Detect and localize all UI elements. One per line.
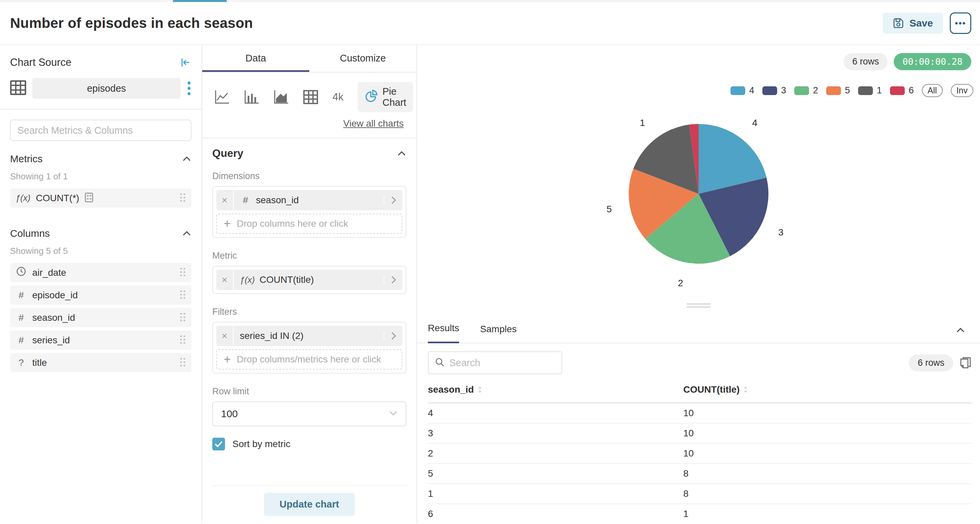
expand-pill-icon[interactable] bbox=[383, 331, 402, 340]
metric-label: Metric bbox=[212, 250, 406, 261]
unknown-type-icon: ? bbox=[16, 357, 27, 368]
metrics-header: Metrics bbox=[10, 153, 43, 165]
columns-collapse-icon[interactable] bbox=[182, 231, 191, 236]
search-icon bbox=[434, 357, 445, 368]
update-chart-button[interactable]: Update chart bbox=[264, 493, 354, 516]
sort-by-metric-checkbox[interactable] bbox=[212, 438, 225, 451]
table-row: 310 bbox=[428, 423, 971, 443]
expand-pill-icon[interactable] bbox=[383, 276, 402, 284]
query-collapse-icon[interactable] bbox=[397, 150, 406, 156]
save-button[interactable]: Save bbox=[883, 13, 943, 33]
more-menu-button[interactable]: ••• bbox=[950, 13, 971, 34]
results-row-count-badge: 6 rows bbox=[909, 354, 953, 371]
dimensions-label: Dimensions bbox=[212, 171, 406, 182]
table-row: 58 bbox=[428, 463, 971, 484]
chart-container: 6 rows 00:00:00.28 432516 All Inv 43251 … bbox=[417, 45, 980, 523]
drag-handle-icon[interactable] bbox=[179, 267, 186, 279]
metric-pill-count-title[interactable]: × ƒ(x) COUNT(title) bbox=[216, 270, 402, 290]
columns-header: Columns bbox=[10, 228, 50, 239]
header: Number of episodes in each season Save •… bbox=[0, 2, 980, 45]
pie-chart-icon bbox=[364, 89, 378, 105]
drag-handle-icon[interactable] bbox=[179, 357, 186, 368]
control-panel: Data Customize bbox=[202, 45, 417, 523]
metrics-search-input[interactable] bbox=[18, 125, 184, 136]
save-icon bbox=[892, 18, 904, 29]
sort-by-metric-row[interactable]: Sort by metric bbox=[212, 438, 406, 451]
dataset-menu-icon[interactable] bbox=[187, 80, 191, 96]
results-table: season_id COUNT(title) 410310210581861 bbox=[428, 384, 971, 523]
metrics-search-box[interactable] bbox=[10, 119, 191, 141]
remove-icon[interactable]: × bbox=[216, 191, 234, 210]
top-scroll-indicator[interactable] bbox=[173, 0, 227, 2]
metrics-collapse-icon[interactable] bbox=[182, 156, 191, 162]
dataset-table-icon bbox=[10, 80, 26, 96]
drag-handle-icon[interactable] bbox=[179, 193, 186, 204]
table-row: 410 bbox=[428, 403, 971, 423]
datasource-sidebar: Chart Source episodes bbox=[0, 45, 202, 523]
table-row: 18 bbox=[428, 484, 971, 504]
clock-icon bbox=[16, 266, 27, 279]
expand-pill-icon[interactable] bbox=[383, 196, 402, 205]
column-header-season-id[interactable]: season_id bbox=[428, 384, 683, 403]
columns-count: Showing 5 of 5 bbox=[10, 246, 191, 256]
results-search-box[interactable] bbox=[428, 351, 562, 374]
results-panel: Results Samples 6 rows bbox=[417, 312, 980, 523]
column-item-air_date[interactable]: air_date bbox=[10, 263, 191, 282]
drag-handle-icon[interactable] bbox=[179, 334, 186, 346]
panel-tabs: Data Customize bbox=[202, 45, 417, 73]
results-collapse-icon[interactable] bbox=[956, 327, 965, 342]
sidebar-divider bbox=[0, 109, 202, 110]
results-search-input[interactable] bbox=[449, 357, 555, 368]
table-chart-icon[interactable] bbox=[303, 90, 318, 105]
results-tabs: Results Samples bbox=[417, 312, 980, 343]
sort-icon[interactable] bbox=[744, 385, 748, 396]
column-header-count-title[interactable]: COUNT(title) bbox=[683, 384, 971, 403]
tab-data[interactable]: Data bbox=[202, 45, 309, 72]
tab-customize[interactable]: Customize bbox=[309, 45, 417, 72]
drag-handle-icon[interactable] bbox=[179, 290, 186, 301]
big-number-icon[interactable]: 4k bbox=[332, 91, 344, 103]
selected-viz-pill[interactable]: Pie Chart bbox=[358, 82, 413, 112]
dimension-pill-season-id[interactable]: × # season_id bbox=[216, 190, 402, 210]
chart-area: 6 rows 00:00:00.28 432516 All Inv 43251 bbox=[417, 45, 980, 312]
metrics-count: Showing 1 of 1 bbox=[10, 171, 191, 182]
top-scroll-strip bbox=[0, 0, 980, 2]
tab-samples[interactable]: Samples bbox=[480, 324, 517, 342]
view-all-charts-link[interactable]: View all charts bbox=[343, 118, 404, 129]
drag-handle-icon[interactable] bbox=[179, 312, 186, 323]
column-item-episode_id[interactable]: #episode_id bbox=[10, 285, 191, 305]
pie-slice-label: 3 bbox=[778, 227, 784, 237]
numeric-icon: # bbox=[16, 312, 27, 323]
pie-slice-label: 2 bbox=[678, 278, 683, 288]
copy-icon[interactable] bbox=[960, 357, 971, 369]
column-item-season_id[interactable]: #season_id bbox=[10, 308, 191, 327]
columns-list: air_date#episode_id#season_id#series_id?… bbox=[10, 263, 191, 372]
table-row: 210 bbox=[428, 443, 971, 463]
panel-resizer-handle[interactable] bbox=[686, 302, 711, 308]
filter-pill-series-id[interactable]: × series_id IN (2) bbox=[216, 326, 402, 346]
remove-icon[interactable]: × bbox=[216, 327, 234, 345]
column-item-series_id[interactable]: #series_id bbox=[10, 331, 191, 350]
plus-icon: + bbox=[224, 218, 231, 230]
collapse-sidebar-icon[interactable] bbox=[179, 56, 191, 68]
query-section: Query Dimensions × # season_id bbox=[202, 139, 417, 523]
dimensions-dropbox: × # season_id + Drop columns here or cli… bbox=[212, 186, 406, 238]
line-chart-icon[interactable] bbox=[214, 90, 230, 105]
row-limit-label: Row limit bbox=[212, 386, 406, 397]
tab-results[interactable]: Results bbox=[428, 323, 459, 343]
table-row: 61 bbox=[428, 504, 971, 523]
pie-chart[interactable]: 43251 bbox=[417, 45, 980, 312]
remove-icon[interactable]: × bbox=[216, 271, 234, 289]
row-limit-select[interactable]: 100 bbox=[212, 401, 406, 426]
pie-slice-label: 5 bbox=[606, 204, 612, 214]
numeric-icon: # bbox=[16, 335, 27, 346]
sort-icon[interactable] bbox=[478, 385, 482, 396]
drop-columns-zone[interactable]: + Drop columns here or click bbox=[216, 213, 402, 234]
dataset-selector[interactable]: episodes bbox=[32, 78, 181, 99]
column-item-title[interactable]: ?title bbox=[10, 353, 191, 372]
drop-filters-zone[interactable]: + Drop columns/metrics here or click bbox=[216, 349, 402, 370]
area-chart-icon[interactable] bbox=[274, 90, 289, 105]
bar-chart-icon[interactable] bbox=[244, 90, 259, 105]
chevron-down-icon bbox=[389, 411, 398, 417]
metric-item-count-star[interactable]: ƒ(x) COUNT(*) bbox=[10, 188, 191, 208]
